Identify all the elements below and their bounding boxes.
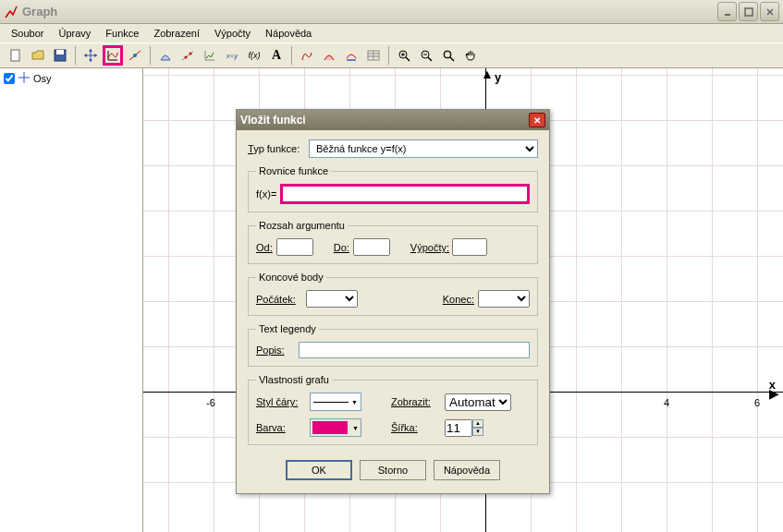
save-icon[interactable] — [50, 45, 70, 66]
insert-function-dialog: Vložit funkci ✕ Typ funkce: Běžná funkce… — [236, 109, 550, 494]
popis-label: Popis: — [256, 345, 293, 356]
x-axis-arrow-icon: ▶ — [769, 386, 779, 401]
svg-rect-1 — [745, 8, 752, 16]
insert-tangent-icon[interactable] — [125, 45, 145, 66]
x-tick: -6 — [206, 397, 215, 408]
width-spin-down[interactable]: ▼ — [472, 428, 483, 436]
window-titlebar: Graph — [0, 0, 783, 24]
insert-fx-icon[interactable]: f(x) — [244, 45, 264, 66]
width-spin-up[interactable]: ▲ — [472, 419, 483, 428]
equation-legend: Rovnice funkce — [256, 165, 331, 176]
start-select[interactable] — [306, 290, 358, 308]
insert-relation-icon[interactable]: x<y — [222, 45, 242, 66]
graph-props-legend: Vlastnosti grafu — [256, 374, 332, 385]
table-icon[interactable] — [363, 45, 384, 66]
axes-checkbox[interactable] — [4, 73, 15, 84]
help-button[interactable]: Nápověda — [434, 460, 500, 480]
area-icon[interactable] — [319, 45, 339, 66]
menu-upravy[interactable]: Úpravy — [51, 26, 98, 41]
end-label: Konec: — [443, 294, 474, 305]
menu-napoveda[interactable]: Nápověda — [258, 26, 319, 41]
insert-shading-icon[interactable] — [155, 45, 176, 66]
fx-label: f(x)= — [256, 188, 276, 200]
legend-text-legend: Text legendy — [256, 323, 319, 334]
fx-input[interactable] — [280, 184, 530, 204]
sidebar-item-axes[interactable]: Osy — [4, 72, 139, 85]
menu-vypocty[interactable]: Výpočty — [207, 26, 258, 41]
svg-line-25 — [428, 57, 432, 61]
calc-input[interactable] — [452, 238, 487, 256]
width-label: Šířka: — [391, 422, 439, 433]
move-axes-icon[interactable] — [80, 45, 101, 66]
svg-rect-6 — [56, 50, 64, 54]
calc-label: Výpočty: — [410, 242, 449, 253]
insert-series-icon[interactable] — [200, 45, 220, 66]
length-icon[interactable] — [341, 45, 361, 66]
minimize-button[interactable] — [717, 2, 737, 21]
to-label: Do: — [334, 242, 349, 253]
equation-fieldset: Rovnice funkce f(x)= — [248, 165, 538, 212]
to-input[interactable] — [353, 238, 390, 256]
color-select[interactable] — [310, 418, 361, 437]
width-input[interactable] — [445, 419, 472, 437]
axes-label: Osy — [33, 73, 52, 84]
x-tick: 4 — [664, 397, 669, 408]
app-icon — [4, 5, 18, 19]
zoom-out-icon[interactable] — [416, 45, 436, 66]
end-select[interactable] — [478, 290, 530, 308]
open-icon[interactable] — [28, 45, 48, 66]
range-legend: Rozsah argumentu — [256, 220, 348, 231]
insert-point-icon[interactable] — [177, 45, 198, 66]
dialog-close-button[interactable]: ✕ — [529, 113, 545, 127]
display-select[interactable]: Automatic — [445, 393, 511, 411]
y-axis-label: y — [495, 70, 501, 84]
menubar: Soubor Úpravy Funkce Zobrazení Výpočty N… — [0, 24, 783, 42]
style-label: Styl čáry: — [256, 396, 304, 407]
from-input[interactable] — [276, 238, 313, 256]
svg-rect-4 — [11, 50, 19, 61]
zoom-fit-icon[interactable] — [438, 45, 459, 66]
legend-text-fieldset: Text legendy Popis: — [248, 323, 538, 367]
svg-line-28 — [450, 57, 454, 61]
window-title: Graph — [22, 5, 717, 18]
endpoints-legend: Koncové body — [256, 272, 326, 283]
line-style-select[interactable] — [310, 393, 361, 411]
svg-point-13 — [185, 56, 188, 59]
svg-point-14 — [190, 53, 192, 55]
close-button[interactable] — [760, 2, 779, 21]
color-label: Barva: — [256, 422, 304, 433]
type-label: Typ funkce: — [248, 143, 303, 154]
endpoints-fieldset: Koncové body Počátek: Konec: — [248, 272, 538, 316]
start-label: Počátek: — [256, 294, 302, 305]
toolbar: x<y f(x) A — [0, 42, 783, 68]
maximize-button[interactable] — [739, 2, 758, 21]
zoom-in-icon[interactable] — [394, 45, 414, 66]
display-label: Zobrazit: — [391, 396, 439, 407]
insert-label-icon[interactable]: A — [266, 45, 287, 66]
ok-button[interactable]: OK — [286, 460, 352, 480]
menu-zobrazeni[interactable]: Zobrazení — [146, 26, 207, 41]
cancel-button[interactable]: Storno — [360, 460, 426, 480]
from-label: Od: — [256, 242, 273, 253]
curve-icon[interactable] — [297, 45, 317, 66]
range-fieldset: Rozsah argumentu Od: Do: Výpočty: — [248, 220, 538, 264]
sidebar: Osy — [0, 68, 143, 532]
y-axis-arrow-icon: ▲ — [481, 68, 494, 81]
svg-line-21 — [406, 57, 410, 61]
move-axes-small-icon — [18, 72, 30, 85]
svg-rect-29 — [445, 52, 450, 57]
graph-props-fieldset: Vlastnosti grafu Styl čáry: Zobrazit: Au… — [248, 374, 538, 445]
pan-icon[interactable] — [460, 45, 481, 66]
popis-input[interactable] — [299, 342, 530, 358]
x-tick: 6 — [754, 397, 760, 408]
menu-soubor[interactable]: Soubor — [4, 26, 51, 41]
new-icon[interactable] — [6, 45, 26, 66]
svg-point-11 — [133, 54, 137, 57]
menu-funkce[interactable]: Funkce — [98, 26, 146, 41]
insert-function-icon[interactable] — [103, 45, 123, 66]
dialog-titlebar[interactable]: Vložit funkci ✕ — [237, 110, 549, 130]
function-type-select[interactable]: Běžná funkce y=f(x) — [309, 139, 538, 158]
dialog-title: Vložit funkci — [240, 114, 529, 127]
